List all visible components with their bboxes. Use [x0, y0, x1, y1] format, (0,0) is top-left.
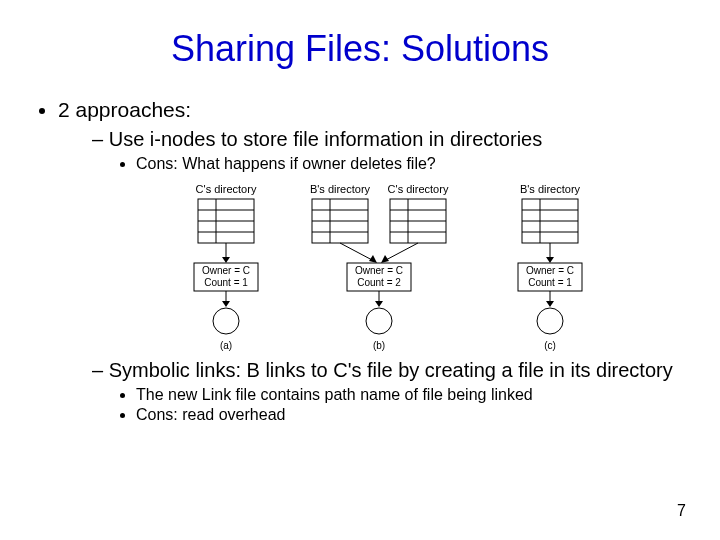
label-b-dir-b: B's directory: [310, 183, 371, 195]
symlink-detail-path: The new Link file contains path name of …: [136, 386, 684, 404]
label-c-dir-a: C's directory: [196, 183, 257, 195]
svg-marker-38: [546, 301, 554, 307]
svg-point-39: [537, 308, 563, 334]
owner-b: Owner = C: [355, 265, 403, 276]
count-b: Count = 2: [357, 277, 401, 288]
svg-point-10: [213, 308, 239, 334]
page-number: 7: [677, 502, 686, 520]
count-a: Count = 1: [204, 277, 248, 288]
slide-body: 2 approaches: Use i-nodes to store file …: [0, 70, 720, 424]
owner-a: Owner = C: [202, 265, 250, 276]
label-c-dir-b: C's directory: [388, 183, 449, 195]
panel-b: B's directory C's directory: [310, 183, 449, 351]
svg-point-28: [366, 308, 392, 334]
sub-c: (c): [544, 340, 556, 351]
bullet-approaches-text: 2 approaches:: [58, 98, 191, 121]
bullet-approaches: 2 approaches: Use i-nodes to store file …: [58, 98, 684, 424]
svg-line-21: [340, 243, 374, 261]
sub-bullet-inodes: Use i-nodes to store file information in…: [92, 128, 684, 351]
sub-bullet-symlinks-text: Symbolic links: B links to C's file by c…: [109, 359, 673, 381]
sub-a: (a): [220, 340, 232, 351]
inode-figure: C's directory: [188, 181, 684, 351]
svg-marker-9: [222, 301, 230, 307]
sub-bullet-inodes-text: Use i-nodes to store file information in…: [109, 128, 543, 150]
cons-owner-deletes: Cons: What happens if owner deletes file…: [136, 155, 684, 173]
svg-marker-6: [222, 257, 230, 263]
panel-c: B's directory Owner = C: [518, 183, 582, 351]
count-c: Count = 1: [528, 277, 572, 288]
svg-marker-35: [546, 257, 554, 263]
symlink-cons: Cons: read overhead: [136, 406, 684, 424]
slide-title: Sharing Files: Solutions: [0, 0, 720, 70]
svg-marker-27: [375, 301, 383, 307]
owner-c: Owner = C: [526, 265, 574, 276]
label-b-dir-c: B's directory: [520, 183, 581, 195]
panel-a: C's directory: [194, 183, 258, 351]
sub-b: (b): [373, 340, 385, 351]
svg-line-23: [384, 243, 418, 261]
sub-bullet-symlinks: Symbolic links: B links to C's file by c…: [92, 359, 684, 424]
